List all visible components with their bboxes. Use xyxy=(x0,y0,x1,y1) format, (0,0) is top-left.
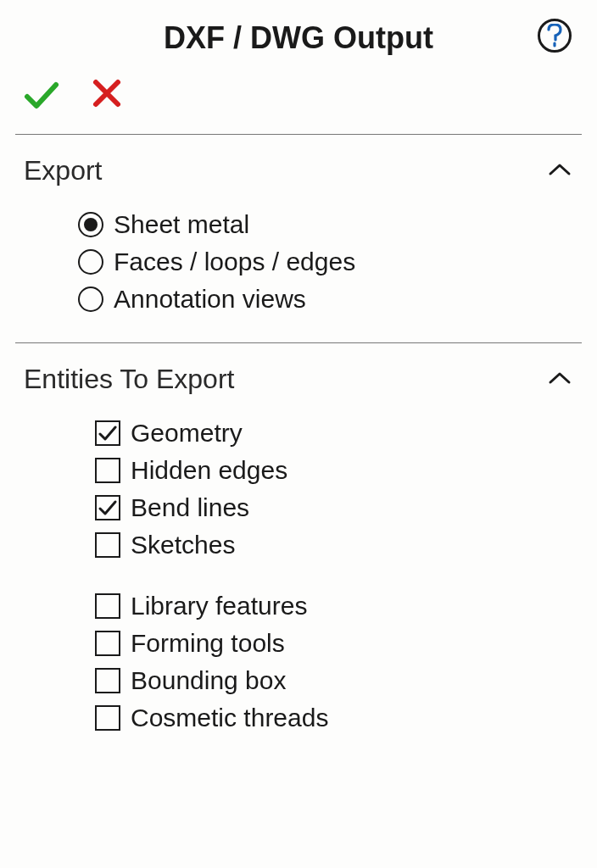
checkbox-icon xyxy=(95,593,120,619)
checkbox-icon xyxy=(95,631,120,656)
checkbox-icon xyxy=(95,420,120,446)
export-section-title: Export xyxy=(24,155,102,186)
radio-label: Annotation views xyxy=(114,285,306,314)
checkbox-bend-lines[interactable]: Bend lines xyxy=(95,493,597,522)
entities-section-header[interactable]: Entities To Export xyxy=(0,343,597,403)
checkbox-icon xyxy=(95,495,120,520)
checkbox-label: Cosmetic threads xyxy=(131,704,328,732)
chevron-up-icon xyxy=(548,162,572,181)
checkbox-forming-tools[interactable]: Forming tools xyxy=(95,629,597,658)
chevron-up-icon xyxy=(548,370,572,389)
checkbox-icon xyxy=(95,458,120,483)
entities-options: Geometry Hidden edges Bend lines Sketche… xyxy=(0,403,597,758)
checkbox-sketches[interactable]: Sketches xyxy=(95,531,597,559)
checkbox-hidden-edges[interactable]: Hidden edges xyxy=(95,456,597,485)
checkbox-icon xyxy=(95,668,120,693)
group-gap xyxy=(95,568,597,583)
radio-faces-loops-edges[interactable]: Faces / loops / edges xyxy=(78,248,597,276)
checkbox-library-features[interactable]: Library features xyxy=(95,592,597,620)
checkbox-geometry[interactable]: Geometry xyxy=(95,419,597,448)
checkbox-label: Bend lines xyxy=(131,493,249,522)
checkbox-label: Forming tools xyxy=(131,629,285,658)
checkbox-icon xyxy=(95,705,120,731)
checkbox-label: Geometry xyxy=(131,419,243,448)
checkbox-icon xyxy=(95,532,120,558)
radio-annotation-views[interactable]: Annotation views xyxy=(78,285,597,314)
panel-header: DXF / DWG Output xyxy=(0,0,597,64)
radio-icon xyxy=(78,212,103,237)
radio-icon xyxy=(78,249,103,275)
radio-sheet-metal[interactable]: Sheet metal xyxy=(78,210,597,239)
radio-icon xyxy=(78,287,103,312)
radio-label: Faces / loops / edges xyxy=(114,248,355,276)
radio-label: Sheet metal xyxy=(114,210,249,239)
cancel-icon[interactable] xyxy=(92,78,122,117)
checkbox-label: Hidden edges xyxy=(131,456,287,485)
entities-section-title: Entities To Export xyxy=(24,364,234,395)
action-row xyxy=(0,64,597,134)
export-section-header[interactable]: Export xyxy=(0,135,597,195)
checkbox-bounding-box[interactable]: Bounding box xyxy=(95,666,597,695)
checkbox-label: Sketches xyxy=(131,531,235,559)
panel-title: DXF / DWG Output xyxy=(164,20,433,56)
ok-icon[interactable] xyxy=(24,78,59,117)
checkbox-cosmetic-threads[interactable]: Cosmetic threads xyxy=(95,704,597,732)
help-icon[interactable] xyxy=(538,19,572,53)
export-options: Sheet metal Faces / loops / edges Annota… xyxy=(0,195,597,342)
checkbox-label: Bounding box xyxy=(131,666,287,695)
checkbox-label: Library features xyxy=(131,592,307,620)
